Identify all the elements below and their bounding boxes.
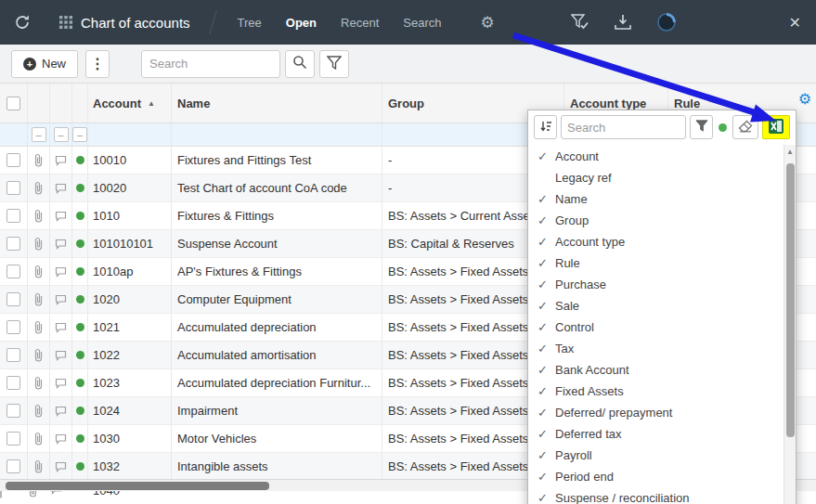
account-cell[interactable]: 1022 xyxy=(88,342,172,368)
row-checkbox[interactable] xyxy=(6,459,20,473)
comment-icon[interactable] xyxy=(50,314,72,341)
account-cell[interactable]: 1024 xyxy=(88,397,172,424)
more-actions-button[interactable]: ⋮ xyxy=(85,50,110,78)
comment-icon[interactable] xyxy=(50,258,72,285)
account-cell[interactable]: 1023 xyxy=(88,369,172,396)
clear-filter-button[interactable] xyxy=(732,115,758,139)
status-column-header[interactable] xyxy=(72,84,88,123)
column-chooser-gear-icon[interactable]: ⚙ xyxy=(798,90,811,108)
search-input[interactable] xyxy=(141,50,280,78)
comment-icon[interactable] xyxy=(50,286,72,313)
name-cell[interactable]: Suspense Account xyxy=(172,230,382,257)
comment-filter[interactable]: – xyxy=(54,127,69,142)
horizontal-scrollbar-thumb[interactable] xyxy=(6,482,269,490)
attachment-icon[interactable] xyxy=(28,147,50,174)
account-cell[interactable]: 1032 xyxy=(88,453,172,480)
column-toggle-item[interactable]: ✓ Account type xyxy=(528,231,796,252)
popup-vertical-scrollbar[interactable]: ▲ xyxy=(784,145,796,504)
filter-applied-icon[interactable] xyxy=(571,14,589,31)
attachment-icon[interactable] xyxy=(28,230,50,257)
sort-columns-button[interactable] xyxy=(534,115,557,139)
download-icon[interactable] xyxy=(614,14,632,31)
search-button[interactable] xyxy=(285,50,315,78)
name-cell[interactable]: Computer Equipment xyxy=(172,286,382,313)
account-cell[interactable]: 1010ap xyxy=(88,258,172,285)
grid-menu-icon[interactable] xyxy=(59,16,72,29)
attachment-icon[interactable] xyxy=(28,397,50,424)
close-icon[interactable]: ✕ xyxy=(789,14,801,32)
attachment-icon[interactable] xyxy=(28,202,50,229)
row-checkbox[interactable] xyxy=(6,376,20,390)
comment-icon[interactable] xyxy=(50,147,72,174)
comment-icon[interactable] xyxy=(50,202,72,229)
name-cell[interactable]: Accumulated amortisation xyxy=(172,342,382,368)
attachment-icon[interactable] xyxy=(28,314,50,341)
row-checkbox[interactable] xyxy=(6,404,20,418)
attachment-icon[interactable] xyxy=(28,453,50,480)
new-button[interactable]: + New xyxy=(11,50,78,78)
tab-search[interactable]: Search xyxy=(403,16,441,30)
name-cell[interactable]: AP's Fixtures & Fittings xyxy=(172,258,382,285)
row-checkbox[interactable] xyxy=(6,432,20,446)
attachment-icon[interactable] xyxy=(28,369,50,396)
row-checkbox[interactable] xyxy=(6,292,20,306)
account-cell[interactable]: 1010 xyxy=(88,202,172,229)
tab-tree[interactable]: Tree xyxy=(238,16,262,30)
column-header-account[interactable]: Account ▲ xyxy=(88,84,172,123)
row-checkbox[interactable] xyxy=(6,181,20,195)
name-cell[interactable]: Impairment xyxy=(172,397,382,424)
attachment-icon[interactable] xyxy=(28,425,50,452)
column-toggle-item[interactable]: ✓ Deferred/ prepayment xyxy=(528,402,796,423)
status-filter[interactable]: – xyxy=(72,127,87,142)
row-checkbox[interactable] xyxy=(6,320,20,334)
column-toggle-item[interactable]: ✓ Legacy ref xyxy=(528,167,796,188)
comment-icon[interactable] xyxy=(50,397,72,424)
export-excel-button[interactable] xyxy=(762,115,790,139)
account-filter-cell[interactable] xyxy=(88,123,172,146)
tab-open[interactable]: Open xyxy=(286,16,317,30)
attachment-filter[interactable]: – xyxy=(32,127,46,142)
column-search-input[interactable] xyxy=(561,115,686,139)
row-checkbox[interactable] xyxy=(6,348,20,362)
column-toggle-item[interactable]: ✓ Fixed Assets xyxy=(528,381,796,402)
account-cell[interactable]: 1021 xyxy=(88,314,172,341)
account-cell[interactable]: 10020 xyxy=(88,174,172,201)
attachment-icon[interactable] xyxy=(28,342,50,368)
attachment-icon[interactable] xyxy=(28,286,50,313)
name-cell[interactable]: Accumulated depreciation Furnitur... xyxy=(172,369,382,396)
name-cell[interactable]: Fixtures & Fittings xyxy=(172,202,382,229)
row-checkbox[interactable] xyxy=(6,209,20,223)
column-toggle-item[interactable]: ✓ Payroll xyxy=(528,445,796,466)
sort-ascending-icon[interactable]: ▲ xyxy=(148,99,155,108)
tab-recent[interactable]: Recent xyxy=(341,16,379,30)
comment-icon[interactable] xyxy=(50,174,72,201)
row-checkbox[interactable] xyxy=(6,237,20,251)
row-checkbox[interactable] xyxy=(6,265,20,278)
account-cell[interactable]: 101010101 xyxy=(88,230,172,257)
column-toggle-item[interactable]: ✓ Group xyxy=(528,210,796,231)
comments-column-header[interactable] xyxy=(50,84,72,123)
column-toggle-item[interactable]: ✓ Tax xyxy=(528,338,796,359)
attachment-icon[interactable] xyxy=(28,258,50,285)
column-filter-button[interactable] xyxy=(690,115,713,139)
comment-icon[interactable] xyxy=(50,230,72,257)
account-cell[interactable]: 10010 xyxy=(88,147,172,174)
name-cell[interactable]: Test Chart of account CoA code xyxy=(172,174,382,201)
comment-icon[interactable] xyxy=(50,453,72,480)
attachments-column-header[interactable] xyxy=(28,84,50,123)
name-cell[interactable]: Fixtures and Fittings Test xyxy=(172,147,382,174)
column-toggle-item[interactable]: ✓ Rule xyxy=(528,252,796,274)
column-toggle-item[interactable]: ✓ Control xyxy=(528,317,796,338)
column-header-name[interactable]: Name xyxy=(172,84,382,123)
name-cell[interactable]: Intangible assets xyxy=(172,453,382,480)
comment-icon[interactable] xyxy=(50,342,72,368)
column-toggle-item[interactable]: ✓ Account xyxy=(528,146,796,167)
column-toggle-item[interactable]: ✓ Period end xyxy=(528,466,796,487)
account-cell[interactable]: 1030 xyxy=(88,425,172,452)
name-cell[interactable]: Accumulated depreciation xyxy=(172,314,382,341)
column-toggle-item[interactable]: ✓ Deferred tax xyxy=(528,423,796,445)
comment-icon[interactable] xyxy=(50,425,72,452)
refresh-icon[interactable] xyxy=(13,13,32,32)
column-toggle-item[interactable]: ✓ Bank Account xyxy=(528,359,796,381)
column-toggle-item[interactable]: ✓ Name xyxy=(528,188,796,210)
